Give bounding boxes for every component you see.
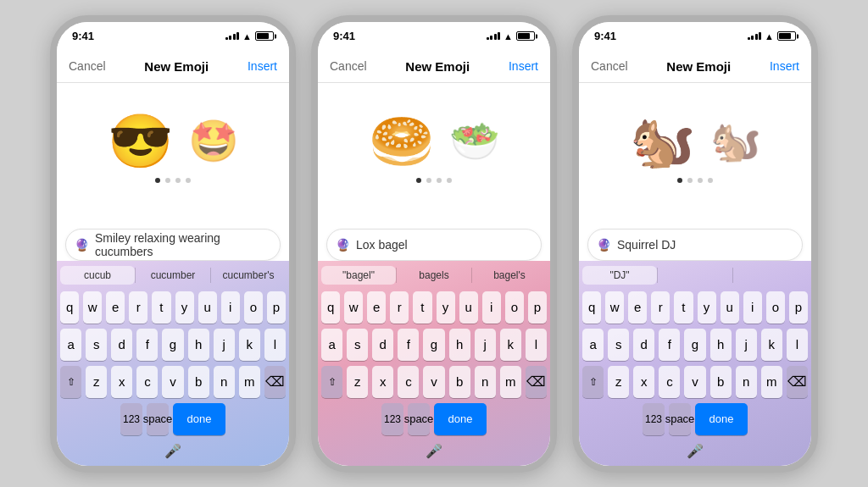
key-b[interactable]: b: [188, 366, 209, 398]
key-m[interactable]: m: [500, 366, 521, 398]
key-g[interactable]: g: [423, 329, 444, 361]
insert-button[interactable]: Insert: [248, 59, 277, 73]
suggestion-2[interactable]: bagel's: [472, 266, 547, 285]
suggestion-0[interactable]: cucub: [60, 266, 135, 285]
num-key[interactable]: 123: [120, 403, 142, 435]
key-l[interactable]: l: [264, 329, 286, 361]
key-i[interactable]: i: [743, 291, 762, 324]
key-e[interactable]: e: [628, 291, 647, 324]
emoji-secondary[interactable]: 🐿️: [710, 121, 761, 162]
key-b[interactable]: b: [710, 366, 732, 398]
delete-key[interactable]: ⌫: [787, 366, 808, 398]
num-key[interactable]: 123: [643, 403, 665, 435]
key-y[interactable]: y: [437, 291, 455, 324]
key-u[interactable]: u: [198, 291, 217, 324]
search-bar[interactable]: 🔮 Lox bagel: [326, 229, 542, 261]
key-x[interactable]: x: [372, 366, 393, 398]
key-z[interactable]: z: [86, 366, 107, 398]
key-i[interactable]: i: [482, 291, 501, 324]
key-k[interactable]: k: [500, 329, 521, 361]
key-z[interactable]: z: [608, 366, 629, 398]
mic-icon[interactable]: 🎤: [426, 443, 442, 459]
done-key[interactable]: done: [695, 403, 748, 435]
key-o[interactable]: o: [244, 291, 263, 324]
key-r[interactable]: r: [390, 291, 409, 324]
delete-key[interactable]: ⌫: [264, 366, 286, 398]
key-w[interactable]: w: [605, 291, 624, 324]
key-u[interactable]: u: [459, 291, 478, 324]
key-n[interactable]: n: [475, 366, 496, 398]
key-s[interactable]: s: [347, 329, 368, 361]
key-j[interactable]: j: [736, 329, 757, 361]
key-o[interactable]: o: [505, 291, 524, 324]
key-g[interactable]: g: [162, 329, 183, 361]
shift-key[interactable]: ⇧: [582, 366, 604, 398]
suggestion-1[interactable]: cucumber: [136, 266, 210, 285]
key-s[interactable]: s: [608, 329, 629, 361]
space-key[interactable]: space: [669, 403, 691, 435]
key-t[interactable]: t: [152, 291, 170, 324]
key-w[interactable]: w: [83, 291, 102, 324]
num-key[interactable]: 123: [381, 403, 403, 435]
shift-key[interactable]: ⇧: [321, 366, 342, 398]
key-q[interactable]: q: [582, 291, 601, 324]
cancel-button[interactable]: Cancel: [330, 59, 367, 73]
shift-key[interactable]: ⇧: [60, 366, 81, 398]
key-l[interactable]: l: [526, 329, 547, 361]
key-h[interactable]: h: [449, 329, 470, 361]
key-i[interactable]: i: [221, 291, 240, 324]
key-g[interactable]: g: [684, 329, 705, 361]
key-w[interactable]: w: [344, 291, 363, 324]
key-z[interactable]: z: [347, 366, 368, 398]
key-b[interactable]: b: [449, 366, 470, 398]
key-j[interactable]: j: [475, 329, 496, 361]
key-n[interactable]: n: [214, 366, 235, 398]
key-y[interactable]: y: [698, 291, 716, 324]
key-f[interactable]: f: [136, 329, 158, 361]
suggestion-1[interactable]: bagels: [397, 266, 471, 285]
key-c[interactable]: c: [659, 366, 680, 398]
key-h[interactable]: h: [188, 329, 209, 361]
key-s[interactable]: s: [86, 329, 107, 361]
key-r[interactable]: r: [651, 291, 670, 324]
key-v[interactable]: v: [162, 366, 183, 398]
search-bar[interactable]: 🔮 Smiley relaxing wearing cucumbers: [65, 229, 281, 261]
key-k[interactable]: k: [761, 329, 782, 361]
key-k[interactable]: k: [239, 329, 260, 361]
done-key[interactable]: done: [173, 403, 225, 435]
key-a[interactable]: a: [582, 329, 604, 361]
key-p[interactable]: p: [528, 291, 547, 324]
key-p[interactable]: p: [789, 291, 808, 324]
key-t[interactable]: t: [413, 291, 431, 324]
key-j[interactable]: j: [214, 329, 235, 361]
key-v[interactable]: v: [684, 366, 705, 398]
key-y[interactable]: y: [175, 291, 194, 324]
key-d[interactable]: d: [633, 329, 654, 361]
key-o[interactable]: o: [766, 291, 785, 324]
key-d[interactable]: d: [111, 329, 132, 361]
suggestion-2[interactable]: cucumber's: [211, 266, 286, 285]
key-m[interactable]: m: [761, 366, 782, 398]
key-t[interactable]: t: [674, 291, 693, 324]
key-r[interactable]: r: [129, 291, 147, 324]
emoji-main[interactable]: 🐿️: [630, 115, 695, 168]
space-key[interactable]: space: [147, 403, 169, 435]
key-e[interactable]: e: [106, 291, 125, 324]
key-q[interactable]: q: [60, 291, 79, 324]
emoji-main[interactable]: 😎: [108, 115, 173, 168]
key-f[interactable]: f: [398, 329, 419, 361]
cancel-button[interactable]: Cancel: [69, 59, 106, 73]
emoji-main[interactable]: 🥯: [369, 115, 434, 168]
suggestion-0[interactable]: "DJ": [582, 266, 657, 285]
key-h[interactable]: h: [710, 329, 732, 361]
suggestion-2[interactable]: [733, 272, 808, 279]
done-key[interactable]: done: [434, 403, 487, 435]
key-c[interactable]: c: [398, 366, 419, 398]
key-l[interactable]: l: [787, 329, 808, 361]
key-c[interactable]: c: [136, 366, 158, 398]
key-p[interactable]: p: [267, 291, 286, 324]
mic-icon[interactable]: 🎤: [164, 443, 181, 459]
key-a[interactable]: a: [321, 329, 342, 361]
key-v[interactable]: v: [423, 366, 444, 398]
mic-icon[interactable]: 🎤: [687, 443, 704, 459]
